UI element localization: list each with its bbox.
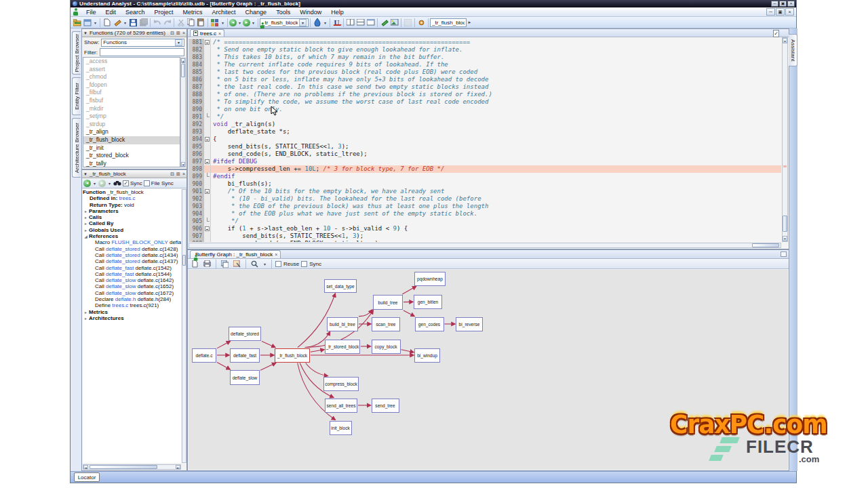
collapse-icon[interactable]: ▼: [83, 31, 87, 35]
info-vscrollbar[interactable]: [182, 189, 186, 463]
entity-link[interactable]: deflate.h: [115, 296, 136, 302]
graph-canvas[interactable]: deflate.cdeflate_storeddeflate_fastdefla…: [189, 270, 788, 470]
graph-node-bi-windup[interactable]: bi_windup: [414, 348, 440, 363]
code-line[interactable]: 887 * the last real code. In this case w…: [189, 83, 781, 91]
graph-node-gen-codes[interactable]: gen_codes: [415, 317, 444, 331]
code-line[interactable]: 903 * the EOB of the previous block) was…: [189, 203, 781, 210]
graph-node--tr-stored-block[interactable]: _tr_stored_block: [325, 340, 360, 354]
collapse-icon[interactable]: ▼: [83, 172, 87, 176]
code-line[interactable]: 892void _tr_align(s): [189, 121, 781, 128]
info-hscrollbar[interactable]: ◄ ►: [83, 464, 181, 470]
locator-go-icon[interactable]: ►: [467, 18, 473, 27]
sidebar-tab-entity-filter[interactable]: Entity Filter: [72, 77, 81, 115]
function-list-item[interactable]: _tr_align: [83, 128, 180, 136]
zoom-icon[interactable]: [250, 259, 260, 268]
info-section-globals-used[interactable]: ▸Globals Used: [83, 227, 181, 233]
zoom-dropdown-icon[interactable]: ▾: [262, 259, 268, 268]
menu-project[interactable]: Project: [150, 7, 178, 17]
entity-link[interactable]: deflate_stored: [106, 252, 140, 258]
dock-icon[interactable]: ⊟: [170, 171, 174, 177]
entity-link[interactable]: deflate_slow: [106, 283, 136, 289]
info-panel-header[interactable]: ▼ _tr_flush_block ⊟ ⊞ ×: [82, 170, 186, 178]
function-list-item[interactable]: _tr_tally: [83, 160, 180, 167]
entity-link[interactable]: deflate_fast: [106, 271, 134, 277]
functions-panel-header[interactable]: ▼ Functions (720 of 5299 entities) ⊟ ⊞ ×: [82, 29, 186, 37]
layout-single-icon[interactable]: [366, 18, 376, 27]
code-line[interactable]: 894{: [189, 136, 781, 143]
code-line[interactable]: 899#endif: [189, 173, 781, 180]
entity-link[interactable]: deflate_slow: [106, 277, 136, 283]
code-line[interactable]: 900 bi_flush(s);: [189, 180, 781, 188]
panel-close-icon[interactable]: ×: [182, 30, 185, 35]
fold-minus-icon[interactable]: [205, 40, 210, 45]
print-icon[interactable]: [202, 259, 212, 268]
code-line[interactable]: 881/* ==================================…: [189, 39, 781, 46]
show-dropdown-icon[interactable]: ▾: [175, 39, 182, 46]
info-section-calls[interactable]: ▸Calls: [83, 214, 181, 220]
function-list-item[interactable]: _tr_flush_block: [83, 136, 180, 144]
code-line[interactable]: 888 * of one. (There are no problems if …: [189, 91, 781, 98]
tab-close-icon[interactable]: ×: [275, 252, 277, 257]
mdi-close-icon[interactable]: ×: [785, 8, 794, 16]
sidebar-tab-project-browser[interactable]: Project Browser: [72, 31, 81, 75]
functions-scrollbar[interactable]: ▲ ▼: [180, 58, 186, 167]
code-line[interactable]: 886 * on 5 bits or less, inflate may hav…: [189, 76, 781, 83]
sync-checkbox[interactable]: ✓: [123, 180, 129, 186]
graph-node-send-all-trees[interactable]: send_all_trees: [325, 399, 357, 413]
editor-vscrollbar[interactable]: ▲ ▼: [782, 37, 788, 242]
graph-node-copy-block[interactable]: copy_block: [372, 340, 401, 354]
locator-tab[interactable]: Locator: [74, 472, 100, 482]
entity-link[interactable]: deflate_slow: [106, 290, 136, 296]
expanded-icon[interactable]: ◢: [83, 234, 89, 240]
show-select[interactable]: Functions ▾: [101, 39, 184, 47]
graph-node-bi-reverse[interactable]: bi_reverse: [456, 317, 483, 331]
fold-minus-icon[interactable]: [205, 189, 210, 194]
entity-browser-icon[interactable]: [210, 18, 220, 27]
info-reference[interactable]: Define trees.c trees.c(921): [83, 302, 181, 308]
info-reference[interactable]: Declare deflate.h deflate.h(284): [83, 296, 181, 302]
menu-architect[interactable]: Architect: [208, 7, 241, 17]
menu-file[interactable]: File: [81, 7, 101, 17]
menu-help[interactable]: Help: [326, 7, 349, 17]
back-dropdown-icon[interactable]: ▾: [237, 18, 243, 27]
function-list-item[interactable]: _tr_init: [83, 144, 180, 152]
scroll-up-icon[interactable]: ▲: [181, 58, 185, 63]
code-line[interactable]: 889 * To simplify the code, we assume th…: [189, 98, 781, 106]
export-image-icon[interactable]: [232, 259, 242, 268]
back-icon[interactable]: [229, 19, 237, 26]
forward-dropdown-icon[interactable]: ▾: [250, 18, 256, 27]
function-list-item[interactable]: _access: [83, 58, 180, 66]
code-line[interactable]: 901 /* Of the 10 bits for the empty bloc…: [189, 188, 781, 195]
function-list-item[interactable]: _filbuf: [83, 89, 180, 97]
code-line[interactable]: 898 s->compressed_len += 10L; /* 3 for b…: [189, 165, 781, 173]
entity-link[interactable]: deflate_fast: [106, 265, 134, 271]
tab-trees-c[interactable]: trees.c ×: [190, 29, 224, 37]
info-reference[interactable]: Call deflate_slow deflate.c(1642): [83, 277, 181, 283]
graph-node-gen-bitlen[interactable]: gen_bitlen: [414, 295, 442, 309]
collapsed-icon[interactable]: ▸: [83, 316, 89, 322]
code-line[interactable]: 883 * This takes 10 bits, of which 7 may…: [189, 54, 781, 61]
mdi-restore-icon[interactable]: ▣: [776, 8, 785, 16]
code-line[interactable]: 897#ifdef DEBUG: [189, 158, 781, 165]
info-reference[interactable]: Call deflate_fast deflate.c(1544): [83, 271, 181, 277]
editor-hscrollbar[interactable]: [189, 243, 781, 248]
info-reference[interactable]: Call deflate_stored deflate.c(1437): [83, 258, 181, 264]
float-icon[interactable]: ⊞: [176, 171, 180, 177]
menu-change[interactable]: Change: [241, 7, 272, 17]
recent-projects-button[interactable]: [82, 18, 92, 27]
project-dropdown-icon[interactable]: ▾: [92, 18, 98, 27]
entity-link[interactable]: deflate_stored: [106, 258, 140, 264]
graph-sync-checkbox[interactable]: [301, 261, 307, 267]
function-list-item[interactable]: _assert: [83, 66, 180, 74]
editor-option-checkbox[interactable]: ✓: [773, 30, 779, 37]
detach-icon[interactable]: [781, 251, 787, 257]
forward-icon[interactable]: [243, 19, 250, 26]
function-list-item[interactable]: _chmod: [83, 73, 180, 81]
info-reference[interactable]: Call deflate_stored deflate.c(1428): [83, 246, 181, 252]
tab-assistant[interactable]: Assistant: [789, 34, 797, 66]
tab-butterfly-graph[interactable]: Butterfly Graph : _tr_flush_block ×: [190, 250, 281, 258]
edit-dropdown-icon[interactable]: ▾: [122, 18, 128, 27]
scroll-up-icon[interactable]: ▲: [783, 38, 787, 43]
compare-icon[interactable]: [403, 18, 413, 27]
info-reference[interactable]: Call deflate_fast deflate.c(1542): [83, 265, 181, 271]
